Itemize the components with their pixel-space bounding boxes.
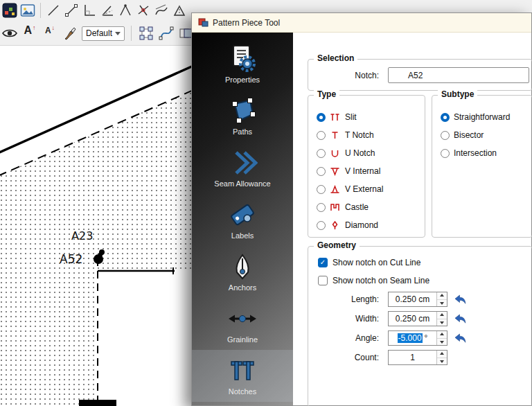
increase-label-font-icon[interactable]: A↑ xyxy=(21,25,38,42)
shoulder-point-icon[interactable] xyxy=(117,2,134,19)
down-arrow-icon: ↓ xyxy=(52,25,55,31)
count-label: Count: xyxy=(308,353,384,362)
sidebar-item-grainline[interactable]: Grainline xyxy=(192,298,293,350)
texture-swatch-glyph xyxy=(2,3,17,18)
spin-down-icon[interactable] xyxy=(437,300,447,307)
subtype-option-straightforward[interactable]: Straightforward xyxy=(441,108,528,126)
texture-swatch-icon[interactable] xyxy=(1,2,18,19)
decrease-label-font-icon[interactable]: A↓ xyxy=(42,25,58,42)
checkbox-checked[interactable] xyxy=(318,258,328,267)
perpendicular-line-icon[interactable] xyxy=(81,2,98,19)
tangent-glyph xyxy=(154,3,168,17)
point-label-a52[interactable]: A52 xyxy=(60,252,82,266)
style-pen-icon[interactable] xyxy=(62,25,78,42)
type-option-slit[interactable]: Slit xyxy=(317,108,420,126)
sidebar-item-labels[interactable]: Labels xyxy=(192,194,293,246)
type-option-v-external[interactable]: V External xyxy=(317,180,420,198)
spin-down-icon[interactable] xyxy=(437,339,447,346)
sidebar-item-anchors[interactable]: Anchors xyxy=(192,246,293,298)
diamond-notch-icon xyxy=(330,221,340,230)
show-notch-seam-line-row[interactable]: Show notch on Seam Line xyxy=(318,275,429,286)
sidebar-label: Labels xyxy=(231,231,254,240)
radio-selected[interactable] xyxy=(317,113,326,122)
sidebar-label: Paths xyxy=(233,127,252,136)
radio[interactable] xyxy=(441,149,450,158)
sidebar-item-properties[interactable]: Properties xyxy=(192,38,293,90)
dialog-titlebar[interactable]: Pattern Piece Tool xyxy=(192,13,531,33)
spin-down-icon[interactable] xyxy=(437,319,447,326)
t-notch-icon xyxy=(330,131,340,140)
tangent-curve-icon[interactable] xyxy=(153,2,170,19)
length-spinbox[interactable]: 0.250 cm xyxy=(388,292,447,307)
radio-selected[interactable] xyxy=(441,113,450,122)
type-option-v-internal[interactable]: V Internal xyxy=(317,162,420,180)
slit-notch-icon xyxy=(330,113,340,122)
angle-bisector-icon[interactable] xyxy=(99,2,116,19)
triangle-axis-icon[interactable] xyxy=(171,2,188,19)
checkbox-unchecked[interactable] xyxy=(318,276,328,285)
type-option-label: Diamond xyxy=(345,220,378,230)
curve-details-icon[interactable] xyxy=(158,25,175,42)
spin-up-icon[interactable] xyxy=(437,312,447,319)
length-label: Length: xyxy=(308,294,384,304)
checkbox-label: Show notch on Seam Line xyxy=(332,276,429,285)
type-option-u-notch[interactable]: U Notch xyxy=(317,144,420,162)
spin-up-icon[interactable] xyxy=(437,292,447,300)
angle-spinbox[interactable]: -5.000 ° xyxy=(388,330,447,346)
width-label: Width: xyxy=(308,314,384,324)
type-option-label: U Notch xyxy=(345,148,375,158)
radio[interactable] xyxy=(317,131,326,140)
notches-icon xyxy=(227,357,258,385)
type-option-label: Slit xyxy=(345,112,357,122)
type-option-t-notch[interactable]: T Notch xyxy=(317,126,420,144)
radio[interactable] xyxy=(317,221,326,230)
sidebar-label: Anchors xyxy=(229,283,256,292)
subtype-group-title: Subtype xyxy=(438,89,477,99)
notch-combobox[interactable]: A52 xyxy=(388,67,529,83)
chevron-down-icon xyxy=(115,32,121,38)
count-spinbox[interactable]: 1 xyxy=(388,350,447,365)
spin-arrows xyxy=(436,312,447,326)
radio[interactable] xyxy=(317,203,326,212)
subtype-option-label: Bisector xyxy=(454,130,484,140)
show-notch-cut-line-row[interactable]: Show notch on Cut Line xyxy=(318,257,420,268)
properties-icon xyxy=(227,45,258,73)
length-revert-button[interactable] xyxy=(453,293,467,306)
width-spinbox[interactable]: 0.250 cm xyxy=(388,311,447,326)
pattern-piece-fill[interactable] xyxy=(0,90,191,406)
dialog-body: Properties Paths Seam Allowance xyxy=(192,33,531,405)
spin-up-icon[interactable] xyxy=(437,351,447,358)
radio[interactable] xyxy=(441,131,450,140)
sidebar-item-notches[interactable]: Notches xyxy=(192,350,293,402)
style-preset-dropdown[interactable]: Default xyxy=(82,26,125,41)
selection-group-title: Selection xyxy=(314,53,357,63)
selection-groupbox: Selection Notch: A52 xyxy=(308,59,532,91)
line-between-points-icon[interactable] xyxy=(63,2,80,19)
spin-arrows xyxy=(436,351,447,364)
visibility-eye-icon[interactable] xyxy=(1,25,18,42)
line-tool-icon[interactable] xyxy=(45,2,62,19)
angle-revert-button[interactable] xyxy=(453,332,467,344)
triangle-glyph xyxy=(172,3,186,17)
radio[interactable] xyxy=(317,149,326,158)
point-label-a23[interactable]: A23 xyxy=(71,229,93,242)
curve-handles-icon[interactable] xyxy=(138,25,154,42)
notch-combobox-value: A52 xyxy=(408,71,423,80)
sidebar-item-paths[interactable]: Paths xyxy=(192,90,293,142)
radio[interactable] xyxy=(317,167,326,176)
type-option-castle[interactable]: Castle xyxy=(317,198,420,216)
u-notch-icon xyxy=(330,149,340,158)
spin-down-icon[interactable] xyxy=(437,358,447,365)
radio[interactable] xyxy=(317,185,326,194)
subtype-option-bisector[interactable]: Bisector xyxy=(441,126,528,144)
type-option-label: V External xyxy=(345,184,383,194)
subtype-option-intersection[interactable]: Intersection xyxy=(441,144,528,162)
bisector-glyph xyxy=(100,3,114,17)
type-option-diamond[interactable]: Diamond xyxy=(317,216,420,234)
sidebar-item-seam-allowance[interactable]: Seam Allowance xyxy=(192,142,293,194)
point-of-intersection-icon[interactable] xyxy=(135,2,152,19)
insert-image-icon[interactable] xyxy=(19,2,36,19)
spin-up-icon[interactable] xyxy=(437,331,447,339)
bottom-edge-segment[interactable] xyxy=(79,400,116,406)
width-revert-button[interactable] xyxy=(453,312,467,325)
